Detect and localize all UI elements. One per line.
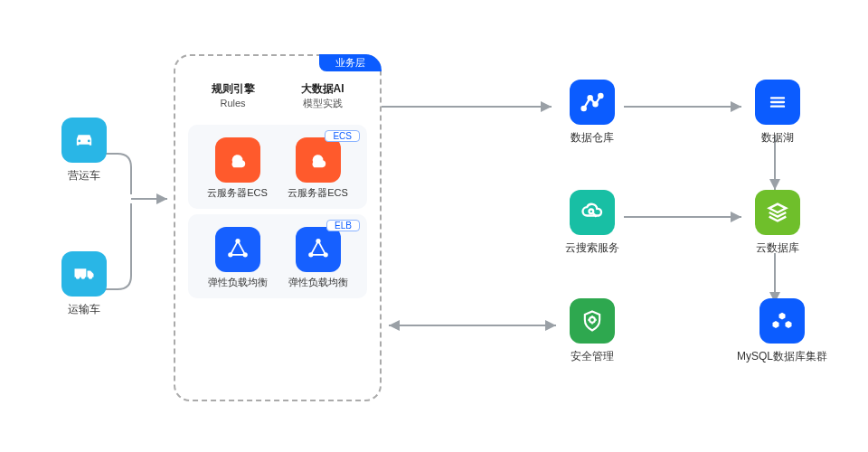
- node-mysql: MySQL数据库集群: [737, 298, 827, 364]
- svg-point-7: [589, 96, 592, 99]
- node-dws: 数据仓库: [552, 80, 633, 146]
- cloudtb-label: 云数据库: [737, 240, 818, 256]
- cluster-icon: [760, 298, 805, 344]
- node-cloudtb: 云数据库: [737, 190, 818, 256]
- svg-point-4: [309, 253, 313, 257]
- svg-point-2: [243, 253, 247, 257]
- mrs-label: 数据湖: [737, 130, 818, 146]
- search-label: 云搜索服务: [552, 240, 633, 256]
- car-icon: [61, 118, 107, 163]
- elb-group: ELB 弹性负载均衡 弹性负载均衡: [188, 214, 367, 298]
- header-rules: 规则引擎 Rules: [212, 81, 255, 110]
- ecs-icon: [296, 137, 341, 183]
- svg-point-6: [582, 107, 586, 110]
- svg-point-3: [316, 240, 320, 243]
- layers-icon: [755, 190, 800, 235]
- dws-label: 数据仓库: [552, 130, 633, 146]
- svg-point-0: [236, 240, 240, 243]
- elb-icon: [296, 227, 341, 272]
- graph-icon: [570, 80, 615, 125]
- elb-icon: [215, 227, 260, 272]
- center-tab: 业务层: [319, 54, 382, 71]
- center-container: 业务层 规则引擎 Rules 大数据AI 模型实践 ECS 云服务器ECS: [174, 54, 382, 401]
- ecs-node-1: 云服务器ECS: [202, 137, 274, 200]
- shield-gear-icon: [570, 298, 615, 344]
- ecs-node-2: 云服务器ECS: [282, 137, 354, 200]
- svg-point-10: [590, 210, 594, 214]
- svg-point-5: [324, 253, 327, 257]
- svg-point-8: [593, 102, 597, 106]
- truck-icon: [61, 251, 107, 297]
- stack-lines-icon: [755, 80, 800, 125]
- ecs-icon: [215, 137, 260, 183]
- mysql-label: MySQL数据库集群: [737, 349, 827, 364]
- header-ai: 大数据AI 模型实践: [301, 81, 344, 110]
- node-search: 云搜索服务: [552, 190, 633, 256]
- node-truck: 运输车: [43, 251, 125, 317]
- svg-point-1: [229, 253, 232, 257]
- ecs-badge: ECS: [325, 130, 360, 142]
- car-label: 营运车: [43, 168, 125, 184]
- node-car: 营运车: [43, 118, 125, 184]
- node-mrs: 数据湖: [737, 80, 818, 146]
- truck-label: 运输车: [43, 302, 125, 317]
- svg-point-9: [599, 94, 602, 98]
- elb-node-1: 弹性负载均衡: [202, 227, 274, 289]
- svg-point-11: [590, 317, 595, 323]
- ecs-group: ECS 云服务器ECS 云服务器ECS: [188, 125, 367, 209]
- architecture-diagram: 营运车 运输车 业务层 规则引擎 Rules 大数据AI 模型实践 ECS: [0, 0, 868, 452]
- elb-node-2: 弹性负载均衡: [282, 227, 354, 289]
- cloud-search-icon: [570, 190, 615, 235]
- node-safe: 安全管理: [552, 298, 633, 364]
- elb-badge: ELB: [326, 220, 360, 231]
- safe-label: 安全管理: [552, 349, 633, 364]
